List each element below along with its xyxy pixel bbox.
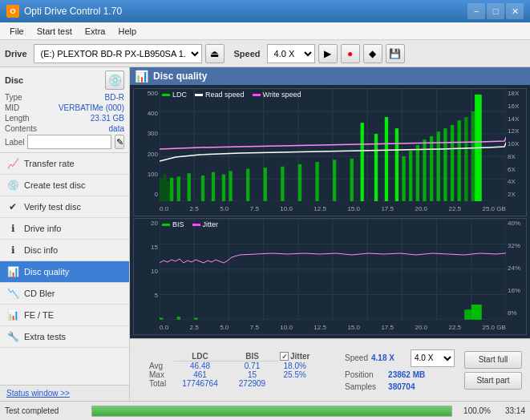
save-button[interactable]: 💾 [386,44,405,63]
mid-value: VERBATIMe (000) [59,103,124,112]
svg-rect-17 [160,179,163,201]
diamond-button[interactable]: ◆ [363,44,382,63]
col-empty [146,352,174,361]
menu-file[interactable]: File [3,25,30,38]
svg-rect-28 [264,168,267,201]
start-full-button[interactable]: Start full [464,351,522,369]
fe-te-icon: 📊 [6,309,19,321]
svg-rect-45 [451,125,454,201]
label-edit-button[interactable]: ✎ [115,135,124,149]
titlebar: O Opti Drive Control 1.70 − □ ✕ [0,0,530,22]
speed-dropdown[interactable]: 4.0 X [411,349,455,367]
avg-bis: 0.71 [226,361,278,371]
svg-rect-48 [471,111,475,201]
mid-label: MID [5,103,19,112]
total-label: Total [146,379,174,388]
stats-right-area: Speed 4.18 X 4.0 X Position 23862 MB Sam… [340,339,530,401]
sidebar-item-disc-quality[interactable]: 📊 Disc quality [0,261,129,283]
window-title: Opti Drive Control 1.70 [24,6,467,17]
status-text: Test completed [5,406,85,415]
max-bis: 15 [226,370,278,379]
window-controls: − □ ✕ [467,3,524,19]
ldc-legend-ldc: LDC [162,91,187,99]
label-field-label: Label [5,138,24,147]
label-input[interactable] [27,135,111,149]
close-button[interactable]: ✕ [506,3,524,19]
speed-stat-label: Speed [345,353,368,362]
max-jitter: 25.5% [278,370,311,379]
speed-stat-val: 4.18 X [371,353,407,362]
progress-percent: 100.0% [459,406,491,415]
sidebar-item-fe-te[interactable]: 📊 FE / TE [0,305,129,326]
bis-y-axis-left: 20 15 10 5 [134,219,160,318]
action-buttons: Start full Start part [461,348,525,393]
menu-start-test[interactable]: Start test [30,25,79,38]
total-ldc: 17746764 [174,379,226,388]
svg-rect-40 [416,145,419,201]
position-row: Position 23862 MB [345,370,455,379]
svg-rect-42 [430,136,433,201]
svg-rect-44 [443,128,447,201]
col-jitter-check[interactable]: ✓ Jitter [278,352,311,361]
bis-legend-jitter: Jitter [192,220,219,228]
sidebar-item-cd-bler[interactable]: 📉 CD Bler [0,283,129,305]
cd-bler-icon: 📉 [6,287,19,300]
menu-extra[interactable]: Extra [79,25,112,38]
bis-chart: BIS Jitter 20 15 10 5 40% 32% [133,218,527,335]
drive-select[interactable]: (E:) PLEXTOR BD-R PX-LB950SA 1.06 [34,44,202,63]
eject-button[interactable]: ⏏ [205,44,225,63]
disc-info-section: Disc 💿 Type BD-R MID VERBATIMe (000) Len… [0,67,129,153]
verify-test-disc-icon: ✔ [6,200,19,213]
svg-rect-25 [222,175,225,202]
drive-info-icon: ℹ [6,222,19,235]
sidebar-menu: 📈 Transfer rate 💿 Create test disc ✔ Ver… [0,153,129,385]
sidebar-item-create-test-disc[interactable]: 💿 Create test disc [0,175,129,196]
stats-table-area: LDC BIS ✓ Jitter [130,339,340,401]
svg-rect-29 [281,167,284,201]
type-label: Type [5,93,22,102]
svg-rect-37 [395,128,399,201]
play-button[interactable]: ▶ [318,44,338,63]
jitter-checkbox[interactable]: ✓ [280,352,289,361]
svg-rect-19 [167,181,170,201]
content-title: Disc quality [153,71,207,82]
elapsed-time: 33:14 [497,406,525,415]
sidebar-item-drive-info[interactable]: ℹ Drive info [0,218,129,240]
svg-rect-20 [170,178,173,201]
contents-label: Contents [5,124,37,133]
status-window-link[interactable]: Status window >> [0,385,129,401]
svg-rect-27 [246,169,249,202]
svg-rect-46 [458,120,461,201]
stats-panel: LDC BIS ✓ Jitter [130,338,530,401]
sidebar-item-disc-info[interactable]: ℹ Disc info [0,240,129,261]
sidebar-item-transfer-rate[interactable]: 📈 Transfer rate [0,153,129,175]
ldc-chart-legend: LDC Read speed Write speed [162,91,301,99]
charts-container: LDC Read speed Write speed 500 400 300 [130,85,530,338]
create-test-disc-icon: 💿 [6,179,19,192]
svg-rect-39 [409,151,412,201]
speed-select-toolbar[interactable]: 4.0 X [267,44,315,63]
ldc-y-axis-right: 18X 16X 14X 12X 10X 8X 6X 4X 2X [506,89,526,200]
contents-value: data [109,124,124,133]
svg-rect-69 [464,309,471,320]
svg-rect-18 [163,175,166,202]
stats-avg-row: Avg 46.48 0.71 18.0% [146,361,311,371]
minimize-button[interactable]: − [467,3,485,19]
svg-rect-23 [201,176,204,201]
sidebar-item-extra-tests[interactable]: 🔧 Extra tests [0,326,129,348]
sidebar-item-verify-test-disc[interactable]: ✔ Verify test disc [0,196,129,218]
menu-help[interactable]: Help [111,25,143,38]
disc-icon-button[interactable]: 💿 [105,71,124,90]
drive-label: Drive [5,49,27,59]
transfer-rate-icon: 📈 [6,157,19,170]
position-val: 23862 MB [388,370,425,379]
svg-rect-36 [385,117,388,201]
ldc-x-axis: 0.0 2.5 5.0 7.5 10.0 12.5 15.0 17.5 20.0… [160,201,506,216]
start-part-button[interactable]: Start part [464,372,522,390]
svg-rect-34 [361,123,364,201]
maximize-button[interactable]: □ [487,3,504,19]
svg-rect-26 [229,171,232,201]
samples-val: 380704 [388,382,415,391]
svg-rect-30 [298,164,301,201]
record-button[interactable]: ● [341,44,360,63]
